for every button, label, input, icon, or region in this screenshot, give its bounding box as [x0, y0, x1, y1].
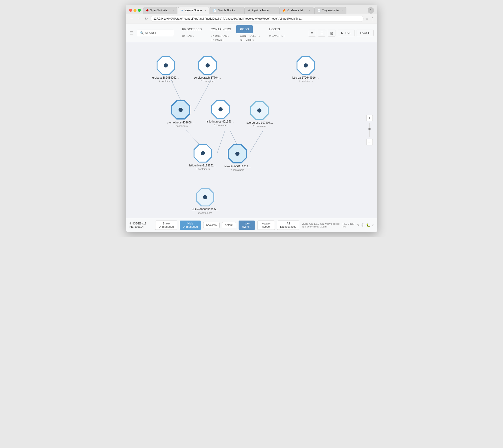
- tab-label-5: Tiny example: [322, 9, 339, 12]
- node-istiomixer[interactable]: istio-mixer-1138352… 3 containers: [189, 144, 216, 170]
- plugins-text: PLUGINS: n/a: [343, 222, 354, 228]
- namespace-all-button[interactable]: All Namespaces: [277, 220, 299, 230]
- node-grafana[interactable]: grafana-385484062… 2 containers: [152, 56, 179, 83]
- nav-by-image-button[interactable]: BY IMAGE: [207, 38, 235, 42]
- live-button[interactable]: ▶ LIVE: [338, 30, 355, 36]
- nav-pods-button[interactable]: PODS: [236, 25, 253, 33]
- node-istioin[interactable]: istio-ingress-401953… 2 containers: [207, 100, 235, 126]
- search-placeholder: SEARCH: [145, 31, 157, 35]
- node-sub-istioeg: 2 containers: [252, 125, 266, 128]
- tab-close-3[interactable]: ×: [274, 9, 276, 12]
- nav-processes-sub: BY NAME: [178, 34, 205, 38]
- node-sub-servicegraph: 2 containers: [201, 80, 215, 83]
- namespace-istio-system-button[interactable]: istio-system: [238, 220, 255, 230]
- forward-button[interactable]: →: [137, 16, 142, 21]
- tab-close-2[interactable]: ×: [240, 9, 242, 12]
- zoom-track: [369, 123, 370, 137]
- chart-view-button[interactable]: ▩: [328, 30, 336, 36]
- maximize-button[interactable]: [138, 9, 141, 12]
- zoom-thumb: [368, 128, 371, 130]
- profile-button[interactable]: C: [368, 7, 374, 14]
- namespace-weave-scope-button[interactable]: weave-scope: [257, 220, 275, 230]
- node-prometheus[interactable]: prometheus-408668… 2 containers: [167, 100, 194, 127]
- nav-by-dns-button[interactable]: BY DNS NAME: [207, 34, 235, 38]
- bug-icon[interactable]: 🐛: [366, 223, 370, 227]
- tab-close-4[interactable]: ×: [309, 9, 310, 12]
- node-istioca[interactable]: istio-ca-172649916-… 2 containers: [292, 56, 319, 83]
- nav-weave-net-button[interactable]: WEAVE NET: [265, 34, 288, 38]
- nodes-count: 9 NODES (13 FILTERED): [129, 222, 152, 228]
- node-istiopilot[interactable]: istio-pilot-40111613… 2 containers: [224, 144, 251, 171]
- browser-tab-5[interactable]: 📄Tiny example×: [314, 7, 346, 14]
- node-sub-istioca: 2 containers: [299, 80, 313, 83]
- node-sub-istioin: 2 containers: [214, 124, 227, 126]
- traffic-lights: [129, 9, 141, 12]
- version-text: VERSION 1.6.7 ON weave-scope-app-9664439…: [302, 222, 341, 228]
- node-label-zipkin: zipkin-3660596538-…: [192, 208, 219, 211]
- nav-by-name-button[interactable]: BY NAME: [178, 34, 205, 38]
- back-button[interactable]: ←: [129, 16, 135, 21]
- browser-tab-4[interactable]: 🔥Grafana - Isti…×: [280, 7, 314, 14]
- help-icon[interactable]: ?: [372, 223, 374, 227]
- node-shape-istiopilot: [228, 144, 247, 164]
- node-label-istioca: istio-ca-172649916-…: [292, 76, 319, 79]
- nav-processes-button[interactable]: PROCESSES: [178, 25, 205, 33]
- browser-tab-0[interactable]: ⬟OpenShift We…×: [143, 7, 178, 14]
- nav-controllers-button[interactable]: CONTROLLERS: [236, 34, 264, 38]
- refresh-icon[interactable]: ↻: [356, 223, 359, 227]
- nav-containers-button[interactable]: CONTAINERS: [207, 25, 235, 33]
- nav-hosts-button[interactable]: HOSTS: [265, 25, 283, 33]
- show-unmanaged-button[interactable]: Show Unmanaged: [155, 220, 177, 230]
- zoom-out-button[interactable]: −: [366, 139, 373, 145]
- hamburger-icon[interactable]: ☰: [129, 31, 133, 36]
- close-button[interactable]: [129, 9, 132, 12]
- node-shape-istioin: [211, 100, 230, 119]
- node-label-grafana: grafana-385484062…: [152, 76, 179, 79]
- search-icon: 🔍: [140, 31, 144, 35]
- live-label: LIVE: [345, 31, 351, 35]
- node-sub-zipkin: 2 containers: [198, 212, 212, 214]
- info-icon[interactable]: ⓘ: [361, 223, 364, 227]
- node-zipkin[interactable]: zipkin-3660596538-… 2 containers: [192, 188, 219, 214]
- minimize-button[interactable]: [133, 9, 137, 12]
- browser-tab-1[interactable]: ≋Weave Scope×: [178, 7, 209, 14]
- reload-button[interactable]: ↻: [144, 16, 149, 21]
- nav-containers-sub: BY DNS NAME BY IMAGE: [207, 34, 235, 42]
- node-servicegraph[interactable]: servicegraph-37704… 2 containers: [194, 56, 221, 83]
- namespace-default-button[interactable]: default: [222, 222, 236, 228]
- node-label-istiomixer: istio-mixer-1138352…: [189, 164, 216, 167]
- search-box[interactable]: 🔍 SEARCH: [137, 30, 174, 36]
- table-view-button[interactable]: ☰: [318, 30, 326, 36]
- browser-tab-3[interactable]: ⊕Zipkin - Trace…×: [245, 7, 279, 14]
- nav-services-button[interactable]: SERVICES: [236, 38, 264, 42]
- node-label-prometheus: prometheus-408668…: [167, 121, 194, 124]
- tab-label-0: OpenShift We…: [150, 9, 170, 12]
- node-sub-grafana: 2 containers: [159, 80, 173, 83]
- tabs-bar: ⬟OpenShift We…×≋Weave Scope×📄Simple Book…: [143, 7, 365, 14]
- more-options-icon[interactable]: ⋮: [370, 17, 374, 21]
- app-nav: ☰ 🔍 SEARCH PROCESSES BY NAME CONTAINERS: [126, 24, 377, 42]
- nav-section-pods: PODS CONTROLLERS SERVICES: [236, 25, 264, 42]
- bottom-bar: 9 NODES (13 FILTERED) Show Unmanaged Hid…: [126, 218, 377, 232]
- tab-label-1: Weave Scope: [185, 9, 202, 12]
- tab-close-5[interactable]: ×: [341, 9, 343, 12]
- nav-sections: PROCESSES BY NAME CONTAINERS BY DNS NAME…: [178, 24, 308, 42]
- tab-close-0[interactable]: ×: [173, 9, 174, 12]
- browser-tab-2[interactable]: 📄Simple Books…×: [210, 7, 245, 14]
- pause-button[interactable]: PAUSE: [357, 30, 374, 36]
- nav-hosts-sub: WEAVE NET: [265, 34, 288, 38]
- nav-section-hosts: HOSTS WEAVE NET: [265, 25, 288, 38]
- namespace-bookinfo-button[interactable]: bookinfo: [203, 222, 220, 228]
- version-info: VERSION 1.6.7 ON weave-scope-app-9664439…: [302, 222, 374, 228]
- address-input[interactable]: [151, 16, 363, 22]
- hide-unmanaged-button[interactable]: Hide Unmanaged: [180, 220, 201, 230]
- bookmark-icon[interactable]: ☆: [365, 17, 369, 21]
- node-shape-zipkin: [196, 188, 214, 206]
- zoom-in-button[interactable]: +: [366, 115, 373, 121]
- share-button[interactable]: ⇧: [308, 30, 316, 36]
- tab-close-1[interactable]: ×: [204, 9, 206, 12]
- node-istioeg[interactable]: istio-egress-307407… 2 containers: [246, 101, 273, 128]
- node-label-servicegraph: servicegraph-37704…: [194, 76, 221, 79]
- node-label-istioin: istio-ingress-401953…: [207, 120, 235, 123]
- node-label-istiopilot: istio-pilot-40111613…: [224, 165, 251, 168]
